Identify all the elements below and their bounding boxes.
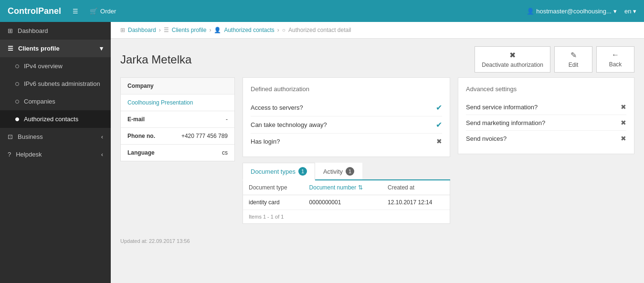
breadcrumb-auth-icon: 👤	[214, 27, 221, 33]
auth-card: Defined authorization Access to servers?…	[243, 77, 450, 157]
col-created-at: Created at	[382, 180, 450, 195]
company-value[interactable]: Coolhousing Presentation	[127, 99, 193, 106]
edit-button[interactable]: ✎ Edit	[554, 46, 592, 73]
language-label: Language	[127, 149, 155, 156]
breadcrumb-authorized-contacts[interactable]: Authorized contacts	[224, 27, 274, 33]
breadcrumb-current: Authorized contact detail	[288, 27, 351, 33]
sidebar-item-label: IPv4 overview	[24, 63, 63, 70]
phone-label: Phone no.	[127, 133, 155, 139]
sidebar-item-authorized-contacts[interactable]: Authorized contacts	[0, 110, 111, 128]
lang-arrow-icon: ▾	[633, 8, 636, 15]
breadcrumb: ⊞ Dashboard › ☰ Clients profile › 👤 Auth…	[111, 22, 644, 39]
auth-row-technology: Can take technology away? ✔	[251, 116, 442, 134]
updated-at: Updated at: 22.09.2017 13:56	[111, 233, 644, 249]
breadcrumb-dashboard[interactable]: Dashboard	[128, 27, 156, 33]
language-value: cs	[222, 149, 228, 156]
adv-row-service: Send service information? ✖	[466, 99, 626, 115]
hamburger-icon: ☰	[73, 8, 78, 15]
advanced-settings-card: Advanced settings Send service informati…	[458, 77, 634, 154]
sidebar-item-label: IPv6 subnets administration	[24, 80, 100, 87]
dot-icon	[15, 64, 19, 68]
sidebar-item-dashboard[interactable]: ⊞ Dashboard	[0, 22, 111, 40]
adv-row-invoices: Send nvoices? ✖	[466, 131, 626, 146]
cart-icon: 🛒	[90, 8, 97, 15]
sidebar-item-business[interactable]: ⊡ Business ‹	[0, 128, 111, 146]
breadcrumb-icon: ⊞	[120, 27, 125, 33]
breadcrumb-circle-icon: ○	[282, 27, 285, 33]
user-icon: 👤	[527, 8, 534, 15]
info-card-phone-row: Phone no. +420 777 456 789	[121, 128, 234, 145]
auth-login-label: Has login?	[251, 138, 280, 145]
adv-invoices-value: ✖	[621, 135, 626, 142]
dot-filled-icon	[15, 117, 19, 121]
sidebar-item-ipv6[interactable]: IPv6 subnets administration	[0, 75, 111, 93]
cell-doc-number: 0000000001	[304, 195, 382, 210]
sidebar-item-ipv4[interactable]: IPv4 overview	[0, 57, 111, 75]
auth-login-value: ✖	[436, 137, 442, 145]
breadcrumb-sep: ›	[209, 27, 211, 33]
auth-servers-value: ✔	[436, 103, 442, 112]
main-content: ⊞ Dashboard › ☰ Clients profile › 👤 Auth…	[111, 22, 644, 283]
adv-invoices-label: Send nvoices?	[466, 135, 507, 142]
business-icon: ⊡	[8, 133, 13, 140]
info-card: Company Coolhousing Presentation E-mail …	[120, 77, 235, 161]
sidebar: ⊞ Dashboard ☰ Clients profile ▾ IPv4 ove…	[0, 22, 111, 283]
adv-service-label: Send service information?	[466, 104, 538, 111]
info-card-company-value-row: Coolhousing Presentation	[121, 94, 234, 111]
tab-activity[interactable]: Activity 1	[315, 163, 362, 179]
breadcrumb-sep: ›	[277, 27, 279, 33]
sidebar-item-companies[interactable]: Companies	[0, 93, 111, 110]
sidebar-item-clients-profile[interactable]: ☰ Clients profile ▾	[0, 40, 111, 57]
tab-document-types-label: Document types	[251, 168, 296, 175]
page-actions: ✖ Deactivate authorization ✎ Edit ← Back	[475, 46, 634, 73]
page-header: Jarka Metelka ✖ Deactivate authorization…	[111, 39, 644, 77]
info-card-email-row: E-mail -	[121, 111, 234, 128]
sidebar-item-label: Dashboard	[18, 27, 48, 34]
tabs-bar: Document types 1 Activity 1	[243, 163, 450, 180]
sort-icon: ⇅	[358, 184, 363, 191]
auth-technology-value: ✔	[436, 120, 442, 129]
tab-activity-label: Activity	[323, 168, 343, 175]
brand-logo: ControlPanel	[8, 6, 61, 16]
info-card-language-row: Language cs	[121, 145, 234, 161]
document-section: Document types 1 Activity 1 Docume	[243, 163, 450, 224]
sidebar-item-label: Business	[18, 133, 43, 140]
back-button[interactable]: ← Back	[596, 46, 634, 73]
chevron-left-icon: ‹	[101, 151, 103, 158]
user-arrow-icon: ▾	[613, 8, 617, 15]
deactivate-authorization-button[interactable]: ✖ Deactivate authorization	[475, 46, 550, 73]
tab-document-types[interactable]: Document types 1	[243, 163, 315, 180]
breadcrumb-sep: ›	[159, 27, 161, 33]
sidebar-item-helpdesk[interactable]: ? Helpdesk ‹	[0, 146, 111, 163]
breadcrumb-clients-profile[interactable]: Clients profile	[172, 27, 207, 33]
dot-icon	[15, 100, 19, 104]
auth-servers-label: Access to servers?	[251, 104, 303, 111]
user-menu[interactable]: 👤 hostmaster@coolhousing... ▾	[527, 8, 617, 15]
sidebar-item-label: Authorized contacts	[24, 115, 78, 123]
dashboard-icon: ⊞	[8, 27, 13, 34]
adv-row-marketing: Send marketing information? ✖	[466, 115, 626, 131]
adv-service-value: ✖	[621, 103, 626, 111]
content-area: Company Coolhousing Presentation E-mail …	[111, 77, 644, 233]
order-link[interactable]: 🛒 Order	[90, 8, 116, 15]
middle-column: Defined authorization Access to servers?…	[243, 77, 450, 224]
tab-activity-badge: 1	[346, 167, 354, 176]
sidebar-item-label: Helpdesk	[16, 151, 42, 158]
cell-doc-type: identity card	[243, 195, 304, 210]
company-label: Company	[127, 83, 154, 89]
deactivate-icon: ✖	[509, 51, 516, 60]
document-table-container: Document type Document number ⇅ Created …	[243, 180, 450, 224]
info-card-company-row: Company	[121, 78, 234, 94]
hamburger-menu[interactable]: ☰	[73, 8, 78, 15]
language-selector[interactable]: en ▾	[624, 8, 636, 15]
top-nav: ControlPanel ☰ 🛒 Order 👤 hostmaster@cool…	[0, 0, 644, 22]
advanced-settings-title: Advanced settings	[466, 85, 626, 93]
auth-technology-label: Can take technology away?	[251, 121, 327, 128]
page-title: Jarka Metelka	[120, 53, 191, 66]
cell-created-at: 12.10.2017 12:14	[382, 195, 450, 210]
helpdesk-icon: ?	[8, 151, 11, 158]
phone-value: +420 777 456 789	[181, 133, 228, 139]
edit-label: Edit	[569, 62, 579, 68]
layout: ⊞ Dashboard ☰ Clients profile ▾ IPv4 ove…	[0, 22, 644, 283]
col-document-number[interactable]: Document number ⇅	[304, 180, 382, 195]
